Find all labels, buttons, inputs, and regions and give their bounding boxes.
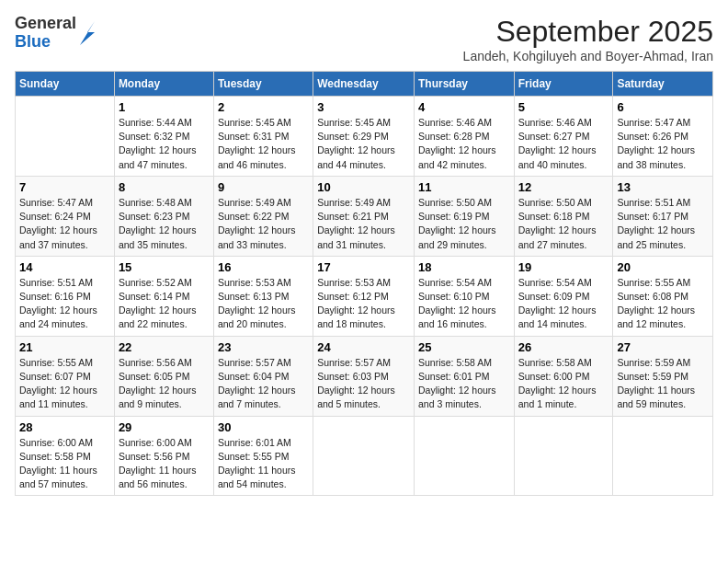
day-info: Sunrise: 5:56 AM Sunset: 6:05 PM Dayligh… bbox=[119, 356, 210, 412]
col-header-wednesday: Wednesday bbox=[313, 72, 415, 97]
calendar-cell: 1Sunrise: 5:44 AM Sunset: 6:32 PM Daylig… bbox=[114, 97, 213, 177]
calendar-cell: 15Sunrise: 5:52 AM Sunset: 6:14 PM Dayli… bbox=[114, 256, 213, 336]
day-number: 11 bbox=[418, 180, 510, 194]
day-info: Sunrise: 5:51 AM Sunset: 6:16 PM Dayligh… bbox=[19, 276, 110, 332]
page-header: General Blue September 2025 Landeh, Kohg… bbox=[15, 15, 713, 63]
calendar-table: SundayMondayTuesdayWednesdayThursdayFrid… bbox=[15, 71, 713, 496]
calendar-cell: 2Sunrise: 5:45 AM Sunset: 6:31 PM Daylig… bbox=[213, 97, 313, 177]
day-number: 19 bbox=[518, 260, 609, 274]
day-info: Sunrise: 5:50 AM Sunset: 6:18 PM Dayligh… bbox=[518, 196, 609, 252]
calendar-cell: 23Sunrise: 5:57 AM Sunset: 6:04 PM Dayli… bbox=[213, 336, 313, 416]
calendar-cell: 29Sunrise: 6:00 AM Sunset: 5:56 PM Dayli… bbox=[114, 416, 213, 496]
day-info: Sunrise: 5:54 AM Sunset: 6:10 PM Dayligh… bbox=[418, 276, 510, 332]
calendar-cell: 16Sunrise: 5:53 AM Sunset: 6:13 PM Dayli… bbox=[213, 256, 313, 336]
calendar-cell: 28Sunrise: 6:00 AM Sunset: 5:58 PM Dayli… bbox=[16, 416, 115, 496]
day-info: Sunrise: 6:01 AM Sunset: 5:55 PM Dayligh… bbox=[218, 436, 309, 492]
day-number: 14 bbox=[19, 260, 110, 274]
calendar-cell: 26Sunrise: 5:58 AM Sunset: 6:00 PM Dayli… bbox=[514, 336, 613, 416]
day-number: 4 bbox=[418, 100, 510, 114]
day-number: 5 bbox=[518, 100, 609, 114]
day-number: 10 bbox=[317, 180, 410, 194]
day-info: Sunrise: 5:48 AM Sunset: 6:23 PM Dayligh… bbox=[119, 196, 210, 252]
day-info: Sunrise: 5:57 AM Sunset: 6:03 PM Dayligh… bbox=[317, 356, 410, 412]
day-number: 21 bbox=[19, 340, 110, 354]
calendar-cell: 22Sunrise: 5:56 AM Sunset: 6:05 PM Dayli… bbox=[114, 336, 213, 416]
day-number: 6 bbox=[617, 100, 709, 114]
svg-marker-0 bbox=[80, 21, 95, 45]
day-number: 20 bbox=[617, 260, 709, 274]
subtitle: Landeh, Kohgiluyeh and Boyer-Ahmad, Iran bbox=[463, 49, 713, 63]
week-row-2: 7Sunrise: 5:47 AM Sunset: 6:24 PM Daylig… bbox=[16, 176, 713, 256]
day-info: Sunrise: 5:58 AM Sunset: 6:00 PM Dayligh… bbox=[518, 356, 609, 412]
calendar-cell: 25Sunrise: 5:58 AM Sunset: 6:01 PM Dayli… bbox=[414, 336, 514, 416]
day-number: 15 bbox=[119, 260, 210, 274]
day-info: Sunrise: 5:49 AM Sunset: 6:22 PM Dayligh… bbox=[218, 196, 309, 252]
day-info: Sunrise: 6:00 AM Sunset: 5:56 PM Dayligh… bbox=[119, 436, 210, 492]
calendar-cell: 12Sunrise: 5:50 AM Sunset: 6:18 PM Dayli… bbox=[514, 176, 613, 256]
col-header-saturday: Saturday bbox=[613, 72, 713, 97]
calendar-cell: 30Sunrise: 6:01 AM Sunset: 5:55 PM Dayli… bbox=[213, 416, 313, 496]
title-block: September 2025 Landeh, Kohgiluyeh and Bo… bbox=[463, 15, 713, 63]
logo-icon bbox=[78, 19, 97, 47]
calendar-cell: 10Sunrise: 5:49 AM Sunset: 6:21 PM Dayli… bbox=[313, 176, 415, 256]
day-info: Sunrise: 5:44 AM Sunset: 6:32 PM Dayligh… bbox=[119, 116, 210, 172]
calendar-cell: 24Sunrise: 5:57 AM Sunset: 6:03 PM Dayli… bbox=[313, 336, 415, 416]
day-info: Sunrise: 5:53 AM Sunset: 6:13 PM Dayligh… bbox=[218, 276, 309, 332]
calendar-cell: 3Sunrise: 5:45 AM Sunset: 6:29 PM Daylig… bbox=[313, 97, 415, 177]
logo-blue: Blue bbox=[15, 33, 76, 52]
month-title: September 2025 bbox=[463, 15, 713, 49]
calendar-cell: 27Sunrise: 5:59 AM Sunset: 5:59 PM Dayli… bbox=[613, 336, 713, 416]
day-info: Sunrise: 5:52 AM Sunset: 6:14 PM Dayligh… bbox=[119, 276, 210, 332]
col-header-thursday: Thursday bbox=[414, 72, 514, 97]
calendar-cell bbox=[313, 416, 415, 496]
calendar-cell bbox=[414, 416, 514, 496]
calendar-header-row: SundayMondayTuesdayWednesdayThursdayFrid… bbox=[16, 72, 713, 97]
day-number: 29 bbox=[119, 420, 210, 434]
day-info: Sunrise: 5:53 AM Sunset: 6:12 PM Dayligh… bbox=[317, 276, 410, 332]
calendar-cell bbox=[16, 97, 115, 177]
calendar-cell: 20Sunrise: 5:55 AM Sunset: 6:08 PM Dayli… bbox=[613, 256, 713, 336]
day-info: Sunrise: 5:50 AM Sunset: 6:19 PM Dayligh… bbox=[418, 196, 510, 252]
day-info: Sunrise: 5:45 AM Sunset: 6:31 PM Dayligh… bbox=[218, 116, 309, 172]
week-row-1: 1Sunrise: 5:44 AM Sunset: 6:32 PM Daylig… bbox=[16, 97, 713, 177]
day-number: 12 bbox=[518, 180, 609, 194]
day-number: 18 bbox=[418, 260, 510, 274]
calendar-cell bbox=[514, 416, 613, 496]
day-info: Sunrise: 5:46 AM Sunset: 6:28 PM Dayligh… bbox=[418, 116, 510, 172]
day-info: Sunrise: 5:49 AM Sunset: 6:21 PM Dayligh… bbox=[317, 196, 410, 252]
calendar-cell: 14Sunrise: 5:51 AM Sunset: 6:16 PM Dayli… bbox=[16, 256, 115, 336]
day-number: 28 bbox=[19, 420, 110, 434]
calendar-cell: 17Sunrise: 5:53 AM Sunset: 6:12 PM Dayli… bbox=[313, 256, 415, 336]
week-row-4: 21Sunrise: 5:55 AM Sunset: 6:07 PM Dayli… bbox=[16, 336, 713, 416]
day-info: Sunrise: 5:46 AM Sunset: 6:27 PM Dayligh… bbox=[518, 116, 609, 172]
calendar-cell: 9Sunrise: 5:49 AM Sunset: 6:22 PM Daylig… bbox=[213, 176, 313, 256]
day-number: 26 bbox=[518, 340, 609, 354]
calendar-cell: 6Sunrise: 5:47 AM Sunset: 6:26 PM Daylig… bbox=[613, 97, 713, 177]
day-number: 2 bbox=[218, 100, 309, 114]
day-number: 13 bbox=[617, 180, 709, 194]
logo: General Blue bbox=[15, 15, 97, 52]
col-header-sunday: Sunday bbox=[16, 72, 115, 97]
calendar-cell: 21Sunrise: 5:55 AM Sunset: 6:07 PM Dayli… bbox=[16, 336, 115, 416]
calendar-cell: 18Sunrise: 5:54 AM Sunset: 6:10 PM Dayli… bbox=[414, 256, 514, 336]
day-info: Sunrise: 5:51 AM Sunset: 6:17 PM Dayligh… bbox=[617, 196, 709, 252]
day-number: 22 bbox=[119, 340, 210, 354]
week-row-5: 28Sunrise: 6:00 AM Sunset: 5:58 PM Dayli… bbox=[16, 416, 713, 496]
week-row-3: 14Sunrise: 5:51 AM Sunset: 6:16 PM Dayli… bbox=[16, 256, 713, 336]
calendar-cell: 8Sunrise: 5:48 AM Sunset: 6:23 PM Daylig… bbox=[114, 176, 213, 256]
col-header-tuesday: Tuesday bbox=[213, 72, 313, 97]
calendar-cell: 13Sunrise: 5:51 AM Sunset: 6:17 PM Dayli… bbox=[613, 176, 713, 256]
calendar-cell bbox=[613, 416, 713, 496]
day-info: Sunrise: 5:55 AM Sunset: 6:07 PM Dayligh… bbox=[19, 356, 110, 412]
calendar-cell: 11Sunrise: 5:50 AM Sunset: 6:19 PM Dayli… bbox=[414, 176, 514, 256]
day-number: 3 bbox=[317, 100, 410, 114]
day-info: Sunrise: 5:45 AM Sunset: 6:29 PM Dayligh… bbox=[317, 116, 410, 172]
col-header-friday: Friday bbox=[514, 72, 613, 97]
day-info: Sunrise: 5:59 AM Sunset: 5:59 PM Dayligh… bbox=[617, 356, 709, 412]
day-number: 24 bbox=[317, 340, 410, 354]
calendar-cell: 19Sunrise: 5:54 AM Sunset: 6:09 PM Dayli… bbox=[514, 256, 613, 336]
day-info: Sunrise: 5:58 AM Sunset: 6:01 PM Dayligh… bbox=[418, 356, 510, 412]
day-number: 7 bbox=[19, 180, 110, 194]
day-number: 27 bbox=[617, 340, 709, 354]
calendar-cell: 5Sunrise: 5:46 AM Sunset: 6:27 PM Daylig… bbox=[514, 97, 613, 177]
